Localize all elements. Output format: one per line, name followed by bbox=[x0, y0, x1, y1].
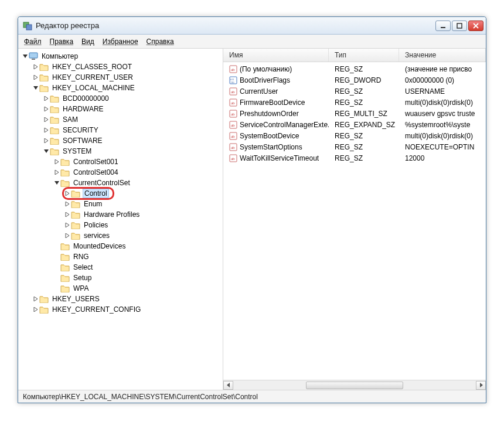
expand-arrow-icon[interactable] bbox=[53, 169, 60, 176]
tree-item-label[interactable]: SOFTWARE bbox=[62, 137, 104, 145]
close-button[interactable] bbox=[468, 21, 483, 31]
tree-item-label[interactable]: BCD00000000 bbox=[62, 94, 110, 103]
scroll-thumb[interactable] bbox=[306, 382, 403, 389]
tree-item-label[interactable]: HKEY_CURRENT_CONFIG bbox=[51, 305, 142, 314]
expand-arrow-icon[interactable] bbox=[22, 53, 29, 60]
tree-item[interactable]: HARDWARE bbox=[18, 104, 223, 114]
col-value[interactable]: Значение bbox=[399, 49, 486, 62]
tree-item-label[interactable]: Control bbox=[83, 189, 109, 198]
horizontal-scrollbar[interactable] bbox=[223, 380, 486, 390]
scroll-track[interactable] bbox=[233, 381, 476, 390]
list-row[interactable]: SystemStartOptions REG_SZ NOEXECUTE=OPTI… bbox=[223, 141, 486, 152]
tree-item-label[interactable]: ControlSet004 bbox=[72, 168, 120, 176]
tree-item[interactable]: HKEY_USERS bbox=[18, 294, 223, 304]
expand-arrow-icon[interactable] bbox=[64, 232, 71, 239]
menu-edit[interactable]: Правка bbox=[50, 38, 74, 46]
tree-item-label[interactable]: Enum bbox=[83, 200, 103, 208]
list-row[interactable]: ServiceControlManagerExte... REG_EXPAND_… bbox=[223, 119, 486, 130]
tree-item-label[interactable]: Hardware Profiles bbox=[83, 210, 141, 219]
expand-arrow-icon[interactable] bbox=[64, 200, 71, 207]
tree-item-label[interactable]: ControlSet001 bbox=[72, 158, 120, 166]
expand-arrow-icon[interactable] bbox=[43, 106, 50, 113]
tree-item[interactable]: services bbox=[18, 230, 223, 241]
scroll-left-button[interactable] bbox=[223, 381, 233, 390]
tree-item-label[interactable]: HKEY_CLASSES_ROOT bbox=[51, 63, 133, 71]
expand-arrow-icon[interactable] bbox=[64, 190, 71, 197]
tree-item[interactable]: Enum bbox=[18, 199, 223, 209]
list-row[interactable]: PreshutdownOrder REG_MULTI_SZ wuauserv g… bbox=[223, 108, 486, 119]
menu-favorites[interactable]: Избранное bbox=[103, 38, 138, 46]
tree-item-label[interactable]: HKEY_LOCAL_MACHINE bbox=[51, 84, 136, 92]
tree-item[interactable]: HKEY_CLASSES_ROOT bbox=[18, 62, 223, 72]
expand-arrow-icon[interactable] bbox=[32, 74, 39, 81]
list-row[interactable]: (По умолчанию) REG_SZ (значение не присв… bbox=[223, 63, 486, 74]
tree-pane[interactable]: КомпьютерHKEY_CLASSES_ROOTHKEY_CURRENT_U… bbox=[18, 49, 223, 390]
expand-arrow-icon[interactable] bbox=[43, 116, 50, 123]
tree-item[interactable]: CurrentControlSet bbox=[18, 178, 223, 188]
tree-item[interactable]: Control bbox=[18, 188, 223, 199]
menu-file[interactable]: Файл bbox=[24, 38, 42, 46]
tree-item-label[interactable]: Policies bbox=[83, 221, 109, 229]
tree-item[interactable]: SECURITY bbox=[18, 125, 223, 135]
tree-item[interactable]: BCD00000000 bbox=[18, 93, 223, 104]
tree-item[interactable]: ControlSet001 bbox=[18, 156, 223, 167]
folder-icon bbox=[50, 94, 59, 103]
tree-item[interactable]: HKEY_LOCAL_MACHINE bbox=[18, 83, 223, 93]
tree-item-label[interactable]: HKEY_USERS bbox=[51, 295, 101, 303]
tree-item[interactable]: MountedDevices bbox=[18, 241, 223, 251]
tree-item[interactable]: Компьютер bbox=[18, 51, 223, 62]
expand-arrow-icon[interactable] bbox=[32, 63, 39, 70]
tree-item[interactable]: SYSTEM bbox=[18, 146, 223, 156]
tree-item[interactable]: HKEY_CURRENT_CONFIG bbox=[18, 304, 223, 315]
maximize-button[interactable] bbox=[452, 21, 467, 31]
tree-item[interactable]: WPA bbox=[18, 283, 223, 294]
tree-item-label[interactable]: RNG bbox=[72, 253, 90, 261]
tree-item-label[interactable]: SAM bbox=[62, 115, 79, 124]
list-row[interactable]: BootDriverFlags REG_DWORD 0x00000000 (0) bbox=[223, 74, 486, 86]
tree-item[interactable]: HKEY_CURRENT_USER bbox=[18, 72, 223, 83]
titlebar[interactable]: Редактор реестра bbox=[18, 17, 486, 35]
list-header: Имя Тип Значение bbox=[223, 49, 486, 62]
col-type[interactable]: Тип bbox=[329, 49, 399, 62]
tree-item[interactable]: SOFTWARE bbox=[18, 135, 223, 146]
list-row[interactable]: WaitToKillServiceTimeout REG_SZ 12000 bbox=[223, 152, 486, 164]
tree-item[interactable]: Hardware Profiles bbox=[18, 209, 223, 220]
tree-item-label[interactable]: HARDWARE bbox=[62, 105, 105, 113]
expand-arrow-icon[interactable] bbox=[64, 222, 71, 229]
tree-item-label[interactable]: HKEY_CURRENT_USER bbox=[51, 73, 134, 81]
expand-arrow-icon[interactable] bbox=[32, 295, 39, 302]
tree-item-label[interactable]: SYSTEM bbox=[62, 147, 93, 155]
minimize-button[interactable] bbox=[435, 21, 451, 31]
tree-item-label[interactable]: Компьютер bbox=[40, 52, 79, 60]
scroll-right-button[interactable] bbox=[476, 381, 486, 390]
list-body[interactable]: (По умолчанию) REG_SZ (значение не присв… bbox=[223, 62, 486, 380]
tree-item[interactable]: ControlSet004 bbox=[18, 167, 223, 178]
tree-item-label[interactable]: MountedDevices bbox=[72, 242, 127, 250]
menu-view[interactable]: Вид bbox=[81, 38, 94, 46]
expand-arrow-icon[interactable] bbox=[43, 95, 50, 102]
tree-item[interactable]: Policies bbox=[18, 220, 223, 230]
tree-item-label[interactable]: SECURITY bbox=[62, 126, 100, 134]
tree-item[interactable]: Select bbox=[18, 262, 223, 273]
tree-item[interactable]: RNG bbox=[18, 251, 223, 262]
expand-arrow-icon[interactable] bbox=[64, 211, 71, 218]
tree-item[interactable]: SAM bbox=[18, 114, 223, 125]
expand-arrow-icon[interactable] bbox=[53, 158, 60, 165]
list-row[interactable]: FirmwareBootDevice REG_SZ multi(0)disk(0… bbox=[223, 97, 486, 108]
tree-item[interactable]: Setup bbox=[18, 273, 223, 283]
tree-item-label[interactable]: CurrentControlSet bbox=[72, 179, 131, 187]
list-row[interactable]: SystemBootDevice REG_SZ multi(0)disk(0)r… bbox=[223, 130, 486, 141]
menu-help[interactable]: Справка bbox=[147, 38, 174, 46]
tree-item-label[interactable]: services bbox=[83, 232, 111, 240]
expand-arrow-icon[interactable] bbox=[43, 127, 50, 134]
list-row[interactable]: CurrentUser REG_SZ USERNAME bbox=[223, 86, 486, 97]
expand-arrow-icon[interactable] bbox=[43, 137, 50, 144]
tree-item-label[interactable]: WPA bbox=[72, 284, 90, 292]
expand-arrow-icon[interactable] bbox=[32, 84, 39, 91]
expand-arrow-icon[interactable] bbox=[43, 148, 50, 155]
col-name[interactable]: Имя bbox=[223, 49, 329, 62]
tree-item-label[interactable]: Setup bbox=[72, 274, 93, 282]
expand-arrow-icon[interactable] bbox=[53, 179, 60, 186]
tree-item-label[interactable]: Select bbox=[72, 263, 94, 271]
expand-arrow-icon[interactable] bbox=[32, 306, 39, 313]
